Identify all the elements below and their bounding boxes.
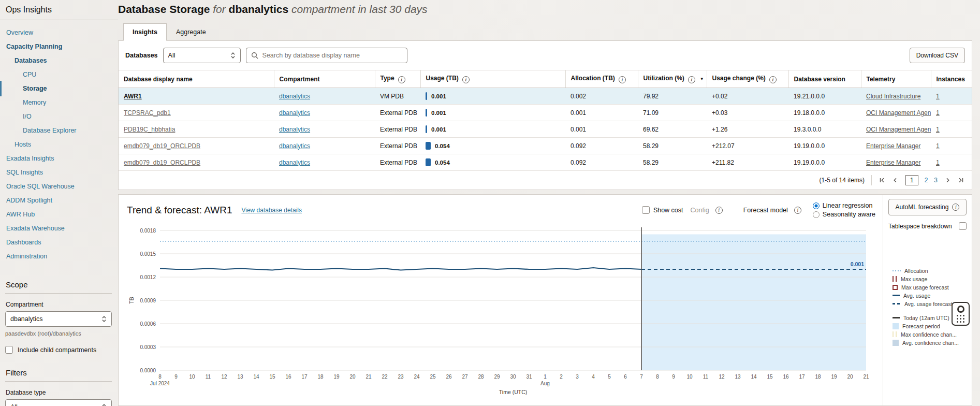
info-icon: i [952,204,959,211]
sidebar-item-capacity-planning[interactable]: Capacity Planning [5,42,112,56]
telemetry-link[interactable]: Enterprise Manager [866,159,920,166]
info-icon[interactable]: i [398,76,405,83]
tablespace-breakdown-toggle[interactable]: Tablespace breakdown [888,222,967,230]
info-icon[interactable]: i [619,76,626,83]
database-name-link[interactable]: emdb079_db19_ORCLPDB [124,142,200,150]
compartment-label: Compartment [6,301,112,308]
sidebar-item-databases[interactable]: Databases [5,56,112,70]
app-title: Ops Insights [5,4,112,20]
telemetry-link[interactable]: Cloud Infrastructure [866,93,920,100]
trend-panel: Trend & forecast: AWR1 View database det… [118,194,972,406]
sidebar-item-sql-insights[interactable]: SQL Insights [5,168,112,182]
info-icon[interactable]: i [462,76,470,83]
checkbox-icon[interactable] [642,206,650,214]
checkbox-icon[interactable] [959,222,967,230]
search-input[interactable] [261,51,402,60]
table-row[interactable]: emdb079_db19_ORCLPDBdbanalyticsExternal … [119,154,972,171]
radio-icon[interactable] [813,211,820,218]
compartment-link[interactable]: dbanalytics [279,142,310,150]
info-icon[interactable]: i [794,207,801,214]
page-button-1[interactable]: 1 [905,175,918,185]
column-header-utilization[interactable]: Utilization (%)i▼ [638,70,707,88]
first-page-button[interactable] [879,177,885,183]
table-row[interactable]: AWR1dbanalyticsVM PDB0.0010.00279.92+0.0… [119,88,972,105]
radio-selected-icon[interactable] [813,202,820,209]
sidebar-item-database-explorer[interactable]: Database Explorer [5,126,112,140]
column-header-usage-tb[interactable]: Usage (TB)i [420,70,565,88]
compartment-select[interactable]: dbanalytics [5,311,112,327]
sidebar-item-administration[interactable]: Administration [5,252,112,266]
sidebar-item-exadata-insights[interactable]: Exadata Insights [5,154,112,168]
sidebar-item-i-o[interactable]: I/O [5,112,112,126]
sidebar-item-memory[interactable]: Memory [5,98,112,112]
instances-link[interactable]: 1 [936,142,940,150]
insights-panel: Databases All Download CSV Database disp… [118,40,972,190]
page-button-3[interactable]: 3 [934,177,938,184]
table-row[interactable]: TCPSRAC_pdb1dbanalyticsExternal PDB0.001… [119,105,972,121]
database-name-link[interactable]: TCPSRAC_pdb1 [124,109,171,117]
checkbox-icon[interactable] [5,346,13,354]
prev-page-button[interactable] [892,177,899,183]
instances-link[interactable]: 1 [936,109,940,117]
column-header-instances[interactable]: Instances [931,70,972,88]
sidebar-item-exadata-warehouse[interactable]: Exadata Warehouse [5,224,112,238]
database-name-link[interactable]: emdb079_db19_ORCLPDB [124,159,200,166]
database-type-select[interactable]: All [5,399,112,406]
column-header-compartment[interactable]: Compartment [274,70,375,88]
compartment-link[interactable]: dbanalytics [279,126,310,133]
next-page-button[interactable] [944,177,951,183]
column-header-usage-change[interactable]: Usage change (%)i [707,70,788,88]
download-csv-button[interactable]: Download CSV [910,48,965,63]
last-page-button[interactable] [958,177,964,183]
info-icon[interactable]: i [769,76,777,83]
include-child-compartments-checkbox[interactable]: Include child compartments [5,346,112,354]
seasonality-aware-radio[interactable]: Seasonality aware [813,211,875,218]
sidebar-item-awr-hub[interactable]: AWR Hub [5,210,112,224]
sort-desc-icon: ▼ [700,77,704,81]
database-name-link[interactable]: PDB19C_hbbhatia [124,126,175,133]
telemetry-link[interactable]: Enterprise Manager [866,142,920,150]
sidebar-item-addm-spotlight[interactable]: ADDM Spotlight [5,196,112,210]
automl-forecasting-button[interactable]: AutoML forecasting i [888,199,967,215]
page-title-main: Database Storage [118,3,210,15]
view-database-details-link[interactable]: View database details [241,207,302,214]
telemetry-link[interactable]: OCI Management Agent [866,109,931,117]
tab-aggregate[interactable]: Aggregate [167,23,215,41]
column-header-database-version[interactable]: Database version [788,70,861,88]
sidebar-item-dashboards[interactable]: Dashboards [5,238,112,252]
sidebar-item-storage[interactable]: Storage [5,84,112,98]
database-name-cell: emdb079_db19_ORCLPDB [119,138,274,154]
column-header-type[interactable]: Typei [375,70,420,88]
info-icon[interactable]: i [688,76,695,83]
tab-insights[interactable]: Insights [123,23,167,41]
compartment-link[interactable]: dbanalytics [279,109,310,117]
column-header-allocation-tb[interactable]: Allocation (TB)i [565,70,638,88]
usage-value: 0.001 [431,93,446,99]
linear-regression-radio[interactable]: Linear regression [813,202,875,209]
svg-text:26: 26 [446,374,452,380]
sidebar-item-overview[interactable]: Overview [5,28,112,42]
database-version-cell: 19.3.0.0.0 [788,121,861,138]
table-row[interactable]: PDB19C_hbbhatiadbanalyticsExternal PDB0.… [119,121,972,138]
search-box[interactable] [246,48,407,63]
column-header-telemetry[interactable]: Telemetry [861,70,931,88]
svg-text:Time (UTC): Time (UTC) [499,389,527,395]
page-button-2[interactable]: 2 [925,177,928,184]
databases-select[interactable]: All [163,48,241,63]
info-icon[interactable]: i [715,207,723,214]
sidebar-item-oracle-sql-warehouse[interactable]: Oracle SQL Warehouse [5,182,112,196]
instances-link[interactable]: 1 [936,159,940,166]
telemetry-link[interactable]: OCI Management Agent [866,126,931,133]
instances-link[interactable]: 1 [936,126,940,133]
instances-link[interactable]: 1 [936,93,940,100]
sidebar-item-cpu[interactable]: CPU [5,70,112,84]
column-header-database-display-name[interactable]: Database display name [119,70,274,88]
sidebar-item-hosts[interactable]: Hosts [5,140,112,154]
database-name-link[interactable]: AWR1 [124,93,142,100]
accessibility-widget-button[interactable] [952,302,970,326]
compartment-link[interactable]: dbanalytics [279,159,310,166]
show-cost-checkbox[interactable]: Show cost [642,206,683,214]
compartment-link[interactable]: dbanalytics [279,93,310,100]
legend-swatch-icon [893,331,897,337]
table-row[interactable]: emdb079_db19_ORCLPDBdbanalyticsExternal … [119,138,972,154]
